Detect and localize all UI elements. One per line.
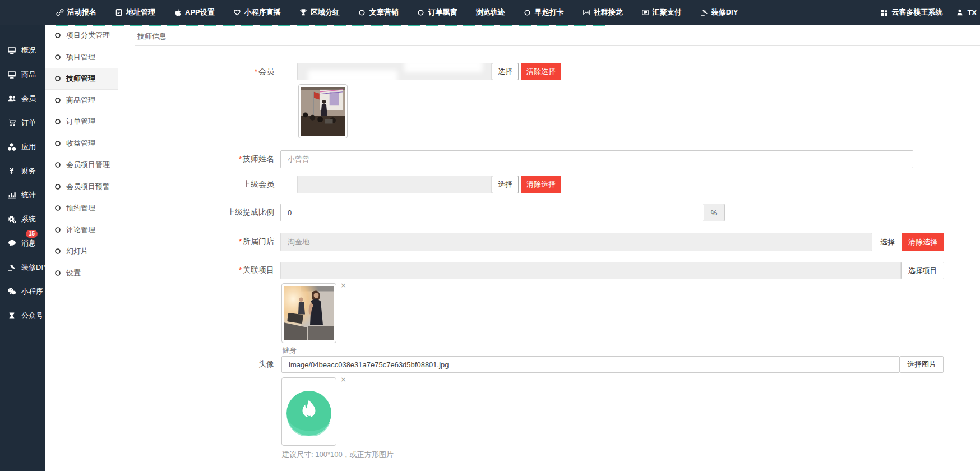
member-input[interactable]	[297, 63, 492, 80]
topbar-menu-item[interactable]: 装修DIY	[700, 7, 738, 17]
avatar-path-input[interactable]	[281, 356, 900, 373]
cubes-icon	[7, 142, 16, 151]
topbar-menu-item-label: 装修DIY	[711, 7, 738, 17]
topbar-menu-item[interactable]: 地址管理	[115, 7, 155, 17]
submenu-item-会员项目管理[interactable]: 会员项目管理	[45, 154, 118, 176]
topbar-menu-item[interactable]: 浏览轨迹	[476, 7, 505, 17]
sidebar-item-消息[interactable]: 消息15	[0, 231, 45, 255]
main-content: 技师信息 *会员 选择 清除选择 *技师姓名 上级会员 选择 清除选择 上级提成…	[118, 25, 980, 471]
wechat-icon	[7, 287, 16, 296]
submenu-item-会员项目预警[interactable]: 会员项目预警	[45, 176, 118, 198]
store-input[interactable]: 淘金地	[280, 233, 872, 251]
submenu-item-幻灯片[interactable]: 幻灯片	[45, 241, 118, 262]
topbar-menu-item[interactable]: 文章营销	[358, 7, 399, 17]
circle-o-dark	[54, 183, 61, 190]
related-project-input[interactable]	[280, 262, 901, 279]
tab-technician-info[interactable]: 技师信息	[135, 25, 169, 41]
topbar-menu-item[interactable]: 早起打卡	[524, 7, 564, 17]
user-menu[interactable]: TX	[956, 8, 977, 17]
member-select-button[interactable]: 选择	[492, 63, 519, 80]
sidebar-item-概况[interactable]: 概况	[0, 38, 45, 62]
circle-o-dark	[54, 270, 61, 276]
sidebar-item-label: 应用	[21, 142, 36, 152]
submenu-item-label: 设置	[66, 268, 81, 278]
topbar-menu-item[interactable]: 活动报名	[56, 7, 96, 17]
chart-icon	[7, 191, 16, 200]
user-icon	[956, 8, 964, 16]
remove-avatar-icon[interactable]: ×	[340, 376, 346, 383]
required-mark: *	[255, 67, 257, 76]
parent-select-button[interactable]: 选择	[492, 176, 519, 193]
circle-icon	[417, 8, 425, 16]
sidebar-item-商品[interactable]: 商品	[0, 62, 45, 86]
top-menu: 活动报名地址管理APP设置小程序直播区域分红文章营销订单飘窗浏览轨迹早起打卡社群…	[56, 7, 738, 17]
commission-ratio-input[interactable]	[280, 204, 704, 221]
sidebar-item-公众号[interactable]: 公众号	[0, 303, 45, 327]
sidebar-item-应用[interactable]: 应用	[0, 135, 45, 159]
submenu-item-评论管理[interactable]: 评论管理	[45, 219, 118, 241]
yen-icon	[7, 167, 16, 176]
flame-avatar	[284, 380, 334, 443]
topbar-menu-item[interactable]: 区域分红	[299, 7, 340, 17]
parent-member-input[interactable]	[297, 176, 492, 193]
submenu-item-订单管理[interactable]: 订单管理	[45, 111, 118, 133]
top-navbar: 活动报名地址管理APP设置小程序直播区域分红文章营销订单飘窗浏览轨迹早起打卡社群…	[0, 0, 980, 25]
sidebar-item-label: 会员	[21, 94, 36, 104]
redaction-blur	[404, 63, 483, 72]
member-photo-thumbnail[interactable]	[298, 84, 348, 138]
topbar-menu-item[interactable]: 订单飘窗	[417, 7, 457, 17]
circle-icon	[524, 8, 531, 16]
member-clear-button[interactable]: 清除选择	[521, 63, 561, 80]
submenu-item-label: 评论管理	[66, 225, 95, 235]
parent-clear-button[interactable]: 清除选择	[521, 176, 561, 193]
sidebar-item-系统[interactable]: 系统	[0, 207, 45, 231]
sidebar-item-会员[interactable]: 会员	[0, 86, 45, 110]
technician-name-input[interactable]	[280, 150, 913, 168]
submenu-item-label: 预约管理	[66, 203, 95, 213]
topbar-menu-item-label: 地址管理	[126, 7, 155, 17]
topbar-menu-item[interactable]: 汇聚支付	[641, 7, 682, 17]
topbar-menu-item-label: 订单飘窗	[428, 7, 457, 17]
submenu-item-label: 商品管理	[66, 95, 95, 105]
sidebar-item-订单[interactable]: 订单	[0, 110, 45, 135]
sidebar-item-装修DIY[interactable]: 装修DIY	[0, 255, 45, 279]
member-label: *会员	[118, 67, 274, 77]
avatar-thumbnail[interactable]	[281, 377, 336, 446]
topbar-menu-item-label: 文章营销	[369, 7, 399, 17]
circle-o-dark	[54, 140, 61, 147]
submenu-item-项目管理[interactable]: 项目管理	[45, 47, 118, 68]
submenu-item-label: 项目分类管理	[66, 30, 110, 40]
remove-project-photo-icon[interactable]: ×	[340, 282, 346, 289]
submenu-item-商品管理[interactable]: 商品管理	[45, 90, 118, 112]
store-select-button[interactable]: 选择	[875, 233, 900, 251]
select-project-button[interactable]: 选择项目	[901, 262, 944, 279]
gavel-icon	[700, 8, 708, 16]
sidebar-item-label: 系统	[21, 214, 36, 224]
project-photo-caption: 健身	[282, 345, 297, 355]
username-label: TX	[967, 8, 977, 17]
circle-o-dark	[54, 227, 61, 233]
topbar-menu-item[interactable]: 小程序直播	[233, 7, 281, 17]
sidebar-item-统计[interactable]: 统计	[0, 183, 45, 207]
select-image-button[interactable]: 选择图片	[900, 356, 944, 373]
submenu-item-收益管理[interactable]: 收益管理	[45, 133, 118, 155]
submenu-item-预约管理[interactable]: 预约管理	[45, 197, 118, 219]
topbar-menu-item[interactable]: APP设置	[174, 7, 215, 17]
store-clear-button[interactable]: 清除选择	[902, 233, 944, 251]
project-photo-thumbnail[interactable]	[281, 283, 336, 343]
store-label: *所属门店	[118, 237, 274, 247]
hourglass-icon	[7, 311, 16, 320]
submenu-item-设置[interactable]: 设置	[45, 262, 118, 284]
submenu-item-项目分类管理[interactable]: 项目分类管理	[45, 25, 118, 47]
topbar-menu-item[interactable]: 社群接龙	[583, 7, 623, 17]
teal-dashed-divider	[56, 25, 608, 26]
commission-ratio-label: 上级提成比例	[118, 207, 274, 218]
submenu-item-label: 项目管理	[66, 52, 95, 62]
sidebar-item-小程序[interactable]: 小程序	[0, 279, 45, 303]
percent-addon: %	[704, 204, 725, 221]
submenu-item-技师管理[interactable]: 技师管理	[45, 68, 118, 90]
link-icon	[56, 8, 64, 16]
gym-photo	[284, 286, 334, 340]
sidebar-item-财务[interactable]: 财务	[0, 159, 45, 183]
system-name[interactable]: 云客多模王系统	[880, 7, 942, 17]
